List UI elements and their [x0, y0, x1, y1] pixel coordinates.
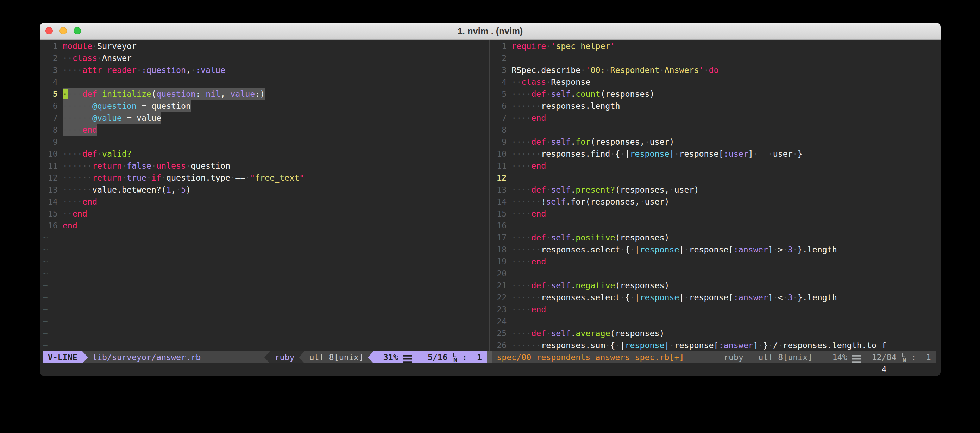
inactive-statusline-block — [487, 351, 492, 363]
inactive-filetype: ruby — [724, 351, 743, 363]
token-sp: · — [137, 101, 142, 111]
token-kw: def — [531, 89, 546, 99]
code-line[interactable]: 2 ··class·Answer — [43, 52, 304, 64]
token-fn: initialize — [102, 89, 151, 99]
code-line[interactable]: 3 ····attr_reader·:question,·:value — [43, 64, 304, 76]
token-tx: value.between?( — [92, 185, 166, 194]
line-number: 4 — [492, 76, 511, 88]
line-number: 16 — [43, 220, 63, 232]
token-sp: ···· — [511, 137, 531, 146]
token-sp: · — [684, 293, 689, 302]
code-line[interactable]: 8 ····end — [43, 124, 304, 136]
token-sp: · — [753, 149, 758, 158]
code-line[interactable]: 3 RSpec.describe·'00:·Respondent·Answers… — [492, 64, 886, 76]
active-file-path: lib/surveyor/answer.rb — [92, 351, 200, 363]
token-kw: def — [531, 233, 546, 242]
token-pu: self — [551, 328, 571, 338]
token-fn: positive — [576, 233, 615, 242]
code-line[interactable]: 13 ····def·self.present?(responses,·user… — [492, 184, 886, 196]
token-sp: · — [245, 173, 250, 182]
command-line[interactable]: 4 — [40, 363, 940, 375]
code-line[interactable]: 14 ····end — [43, 196, 304, 208]
code-line[interactable]: 16 end — [43, 220, 304, 232]
code-line[interactable]: 24 — [492, 315, 886, 327]
token-sp: · — [778, 341, 783, 350]
code-line[interactable]: 2 — [492, 52, 886, 64]
token-sp: · — [546, 137, 551, 146]
tilde-marker: ~ — [43, 269, 48, 278]
code-line[interactable]: 23 ····end — [492, 304, 886, 315]
token-tx: responses.select — [541, 245, 620, 254]
token-cy: response — [630, 149, 669, 158]
code-line[interactable]: 8 — [492, 124, 886, 136]
code-line[interactable]: 4 — [43, 76, 304, 88]
token-tx: value — [137, 113, 161, 123]
token-sd: ' — [610, 41, 615, 51]
code-line[interactable]: 25 ····def·self.average(responses) — [492, 327, 886, 339]
code-line[interactable]: 16 — [492, 220, 886, 232]
token-tx: . — [571, 89, 576, 99]
code-line[interactable]: 1 module·Surveyor — [43, 40, 304, 52]
code-line[interactable]: 20 — [492, 267, 886, 280]
terminal-window: 1. nvim . (nvim) 1 module·Surveyor 2 ··c… — [40, 22, 940, 376]
token-pu: 5 — [181, 185, 186, 194]
token-sp: ···· — [511, 233, 531, 242]
token-tx: { — [615, 149, 620, 158]
code-line[interactable]: 12 — [492, 172, 886, 184]
code-line[interactable]: 1 require·'spec_helper' — [492, 40, 886, 52]
vim-pane-right[interactable]: 1 require·'spec_helper' 2 3 RSpec.descri… — [492, 40, 886, 351]
code-line[interactable]: 5 ····def·initialize(question:·nil,·valu… — [43, 88, 304, 100]
code-line[interactable]: 13 ······value.between?(1,·5) — [43, 184, 304, 196]
code-line[interactable]: 21 ····def·self.negative(responses) — [492, 280, 886, 291]
token-tx: | — [620, 341, 625, 350]
token-tx: { — [625, 293, 630, 302]
code-line[interactable]: 11 ······return·false·unless·question — [43, 160, 304, 172]
token-tx: . — [571, 185, 576, 194]
token-tx: (responses, — [615, 185, 669, 194]
token-sp: ·· — [511, 77, 521, 87]
token-tx: . — [571, 233, 576, 242]
code-line[interactable]: 15 ····end — [492, 208, 886, 220]
code-line[interactable]: 9 ····def·self.for(responses,·user) — [492, 136, 886, 148]
tilde-marker: ~ — [43, 280, 48, 290]
code-line[interactable]: 6 ······@question·=·question — [43, 100, 304, 112]
code-line[interactable]: 4 ··class·Response — [492, 76, 886, 88]
code-line[interactable]: 14 ······!self.for(responses,·user) — [492, 196, 886, 208]
code-line[interactable]: 10 ······responses.find·{·|response|·res… — [492, 148, 886, 160]
line-number: 13 — [492, 184, 511, 196]
token-tx: :) — [255, 89, 265, 99]
token-sp: ···· — [511, 185, 531, 194]
token-sp: · — [783, 245, 788, 254]
code-line[interactable]: 9 — [43, 136, 304, 148]
code-line[interactable]: 7 ····end — [492, 112, 886, 124]
token-tx: ! — [541, 197, 546, 206]
code-line[interactable]: 7 ······@value·=·value — [43, 112, 304, 124]
token-tx: | — [670, 149, 675, 158]
visual-selection: ······@question·=·question — [63, 100, 191, 112]
empty-buffer-line: ~ — [43, 232, 304, 244]
code-line[interactable]: 17 ····def·self.positive(responses) — [492, 232, 886, 244]
line-number: 9 — [492, 136, 511, 148]
titlebar[interactable]: 1. nvim . (nvim) — [40, 22, 940, 40]
token-sp: · — [640, 197, 644, 206]
token-sp: ······ — [63, 161, 92, 170]
lines-icon — [852, 351, 861, 363]
column-separator: : — [462, 351, 467, 363]
token-sp: ···· — [63, 65, 83, 75]
code-line[interactable]: 10 ····def·valid? — [43, 148, 304, 160]
code-line[interactable]: 19 ····end — [492, 256, 886, 267]
vim-pane-left[interactable]: 1 module·Surveyor 2 ··class·Answer 3 ···… — [43, 40, 304, 351]
token-tx: ) — [186, 185, 191, 194]
code-line[interactable]: 6 ······responses.length — [492, 100, 886, 112]
code-line[interactable]: 22 ······responses.select·{·|response|·r… — [492, 291, 886, 304]
code-line[interactable]: 26 ······responses.sum·{·|response|·resp… — [492, 339, 886, 351]
code-line[interactable]: 11 ····end — [492, 160, 886, 172]
code-line[interactable]: 18 ······responses.select·{·|response|·r… — [492, 244, 886, 256]
terminal-content[interactable]: 1 module·Surveyor 2 ··class·Answer 3 ···… — [40, 40, 940, 375]
token-sp: · — [793, 245, 798, 254]
token-tx: > — [778, 245, 783, 254]
code-line[interactable]: 15 ··end — [43, 208, 304, 220]
code-line[interactable]: 12 ······return·true·if·question.type·==… — [43, 172, 304, 184]
code-line[interactable]: 5 ····def·self.count(responses) — [492, 88, 886, 100]
lines-icon — [403, 351, 412, 363]
